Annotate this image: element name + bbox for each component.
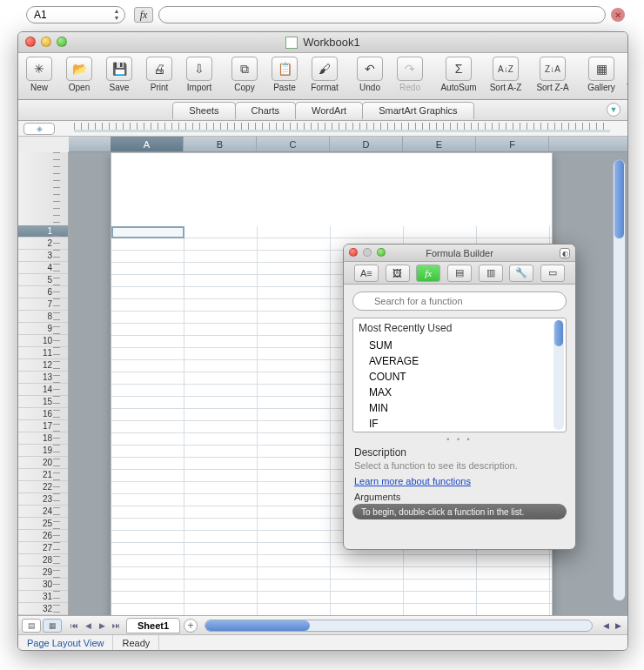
row-header-11[interactable]: 11 bbox=[18, 347, 68, 359]
row-header-14[interactable]: 14 bbox=[18, 384, 68, 396]
fb-resize-grip-icon[interactable]: • • • bbox=[344, 432, 575, 446]
hscroll-right-icon[interactable]: ▶ bbox=[612, 620, 624, 632]
row-header-28[interactable]: 28 bbox=[18, 554, 68, 566]
row-header-30[interactable]: 30 bbox=[18, 579, 68, 591]
column-header-e[interactable]: E bbox=[403, 137, 476, 151]
redo-button[interactable]: ↷Redo bbox=[392, 57, 427, 92]
row-header-5[interactable]: 5 bbox=[18, 274, 68, 286]
cancel-formula-icon[interactable]: ✕ bbox=[611, 8, 625, 22]
fb-toggle-icon[interactable]: ◐ bbox=[560, 248, 570, 258]
sheet-tab-sheet1[interactable]: Sheet1 bbox=[126, 618, 180, 633]
vertical-scrollbar[interactable] bbox=[613, 159, 626, 601]
horizontal-scrollbar[interactable] bbox=[205, 620, 593, 632]
row-header-10[interactable]: 10 bbox=[18, 335, 68, 347]
row-header-1[interactable]: 1 bbox=[18, 225, 68, 238]
sheet-nav-first-icon[interactable]: ⏮ bbox=[67, 620, 81, 632]
import-button[interactable]: ⇩Import bbox=[182, 57, 217, 92]
sort-za-button[interactable]: Z↓ASort Z-A bbox=[532, 57, 574, 92]
fb-tab-chart-icon[interactable]: ▥ bbox=[479, 265, 503, 282]
fb-tab-toolbox-icon[interactable]: ▭ bbox=[540, 265, 565, 282]
open-button[interactable]: 📂Open bbox=[62, 57, 97, 92]
hscroll-left-icon[interactable]: ◀ bbox=[600, 620, 612, 632]
active-cell[interactable] bbox=[111, 226, 184, 238]
zoom-icon[interactable] bbox=[57, 37, 67, 47]
column-header-b[interactable]: B bbox=[184, 137, 257, 151]
row-header-27[interactable]: 27 bbox=[18, 542, 68, 554]
page-layout-view-button[interactable]: ▦ bbox=[43, 619, 62, 633]
fb-function-list[interactable]: Most Recently Used SUMAVERAGECOUNTMAXMIN… bbox=[352, 318, 567, 432]
gallery-button[interactable]: ▦Gallery bbox=[584, 57, 619, 92]
row-header-20[interactable]: 20 bbox=[18, 457, 68, 469]
minimize-icon[interactable] bbox=[41, 37, 51, 47]
fb-zoom-icon[interactable] bbox=[377, 248, 386, 257]
copy-button[interactable]: ⧉Copy bbox=[227, 57, 262, 92]
row-header-21[interactable]: 21 bbox=[18, 469, 68, 481]
undo-button[interactable]: ↶Undo bbox=[352, 57, 387, 92]
row-header-18[interactable]: 18 bbox=[18, 432, 68, 445]
tab-smartart[interactable]: SmartArt Graphics bbox=[362, 102, 473, 119]
row-header-3[interactable]: 3 bbox=[18, 250, 68, 262]
fb-close-icon[interactable] bbox=[349, 248, 358, 257]
row-header-31[interactable]: 31 bbox=[18, 591, 68, 603]
row-header-16[interactable]: 16 bbox=[18, 408, 68, 420]
fx-button[interactable]: fx bbox=[134, 7, 153, 23]
print-button[interactable]: 🖨Print bbox=[142, 57, 177, 92]
fb-function-if[interactable]: IF bbox=[353, 416, 566, 432]
column-header-d[interactable]: D bbox=[330, 137, 403, 151]
name-box[interactable]: A1 ▲▼ bbox=[26, 6, 125, 23]
row-header-4[interactable]: 4 bbox=[18, 262, 68, 274]
new-button[interactable]: ✳New bbox=[22, 57, 57, 92]
split-toggle-icon[interactable]: ◈ bbox=[23, 123, 55, 135]
row-header-25[interactable]: 25 bbox=[18, 518, 68, 530]
fb-function-min[interactable]: MIN bbox=[353, 400, 566, 416]
add-sheet-button[interactable]: + bbox=[184, 619, 198, 633]
column-header-a[interactable]: A bbox=[111, 137, 184, 151]
fb-list-scrollbar[interactable] bbox=[553, 320, 564, 430]
formula-input[interactable] bbox=[158, 6, 606, 23]
elements-disclosure-icon[interactable]: ▼ bbox=[607, 103, 621, 117]
fb-learn-more-link[interactable]: Learn more about functions bbox=[344, 476, 575, 492]
autosum-button[interactable]: ΣAutoSum bbox=[438, 57, 480, 92]
row-header-29[interactable]: 29 bbox=[18, 566, 68, 579]
fb-tab-data-icon[interactable]: ▤ bbox=[447, 265, 472, 282]
row-header-19[interactable]: 19 bbox=[18, 445, 68, 457]
tab-charts[interactable]: Charts bbox=[235, 102, 296, 119]
fb-tab-format-icon[interactable]: A≡ bbox=[354, 265, 379, 282]
column-header-c[interactable]: C bbox=[257, 137, 330, 151]
row-header-17[interactable]: 17 bbox=[18, 420, 68, 432]
row-header-7[interactable]: 7 bbox=[18, 298, 68, 311]
row-header-12[interactable]: 12 bbox=[18, 359, 68, 372]
format-button[interactable]: 🖌Format bbox=[307, 57, 342, 92]
row-header-15[interactable]: 15 bbox=[18, 396, 68, 408]
row-header-23[interactable]: 23 bbox=[18, 493, 68, 506]
normal-view-button[interactable]: ▤ bbox=[22, 619, 41, 633]
sheet-nav-next-icon[interactable]: ▶ bbox=[95, 620, 109, 632]
fb-function-average[interactable]: AVERAGE bbox=[353, 353, 566, 369]
row-header-6[interactable]: 6 bbox=[18, 286, 68, 298]
sheet-nav-last-icon[interactable]: ⏭ bbox=[109, 620, 123, 632]
fb-function-sum[interactable]: SUM bbox=[353, 338, 566, 353]
fb-search-input[interactable] bbox=[352, 291, 567, 311]
fb-tab-object-icon[interactable]: 🖼 bbox=[386, 265, 410, 282]
row-header-13[interactable]: 13 bbox=[18, 372, 68, 384]
row-header-22[interactable]: 22 bbox=[18, 481, 68, 493]
save-button[interactable]: 💾Save bbox=[102, 57, 137, 92]
fb-minimize-icon[interactable] bbox=[363, 248, 372, 257]
close-icon[interactable] bbox=[25, 37, 36, 47]
name-box-stepper[interactable]: ▲▼ bbox=[111, 8, 123, 22]
tab-sheets[interactable]: Sheets bbox=[172, 102, 235, 119]
fb-function-count[interactable]: COUNT bbox=[353, 369, 566, 385]
sheet-nav-prev-icon[interactable]: ◀ bbox=[81, 620, 95, 632]
paste-button[interactable]: 📋Paste bbox=[267, 57, 302, 92]
fb-function-max[interactable]: MAX bbox=[353, 385, 566, 400]
tab-wordart[interactable]: WordArt bbox=[295, 102, 363, 119]
row-header-9[interactable]: 9 bbox=[18, 323, 68, 335]
row-header-2[interactable]: 2 bbox=[18, 238, 68, 250]
sort-az-button[interactable]: A↓ZSort A-Z bbox=[485, 57, 527, 92]
row-header-8[interactable]: 8 bbox=[18, 311, 68, 323]
toolbox-button[interactable]: 🧰Toolbox bbox=[624, 57, 628, 92]
column-header-f[interactable]: F bbox=[476, 137, 549, 151]
fb-tab-formula-icon[interactable]: fx bbox=[416, 265, 440, 282]
row-header-26[interactable]: 26 bbox=[18, 530, 68, 542]
row-header-32[interactable]: 32 bbox=[18, 603, 68, 615]
